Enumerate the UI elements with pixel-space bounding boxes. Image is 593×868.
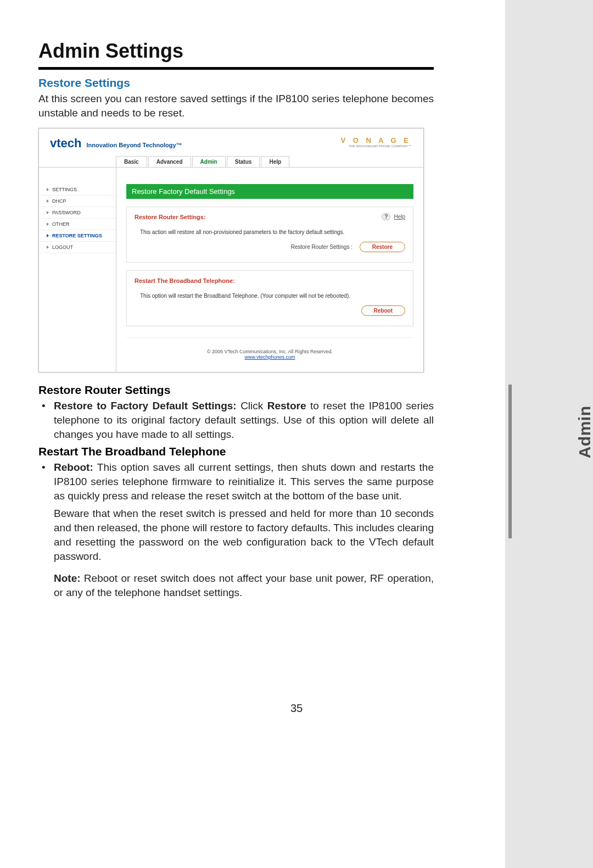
inset-footer: © 2005 VTech Communications, Inc. All Ri… bbox=[126, 337, 413, 366]
tab-basic[interactable]: Basic bbox=[116, 156, 147, 167]
restart-desc: This option will restart the Broadband T… bbox=[135, 293, 405, 299]
footer-link[interactable]: www.vtechphones.com bbox=[244, 354, 295, 360]
sidebar-item-logout[interactable]: LOGOUT bbox=[39, 242, 116, 253]
para-beware: Beware that when the reset switch is pre… bbox=[38, 507, 434, 564]
tab-advanced[interactable]: Advanced bbox=[148, 156, 191, 167]
intro-text: At this screen you can restore saved set… bbox=[38, 92, 434, 120]
bullet-restore: Restore to Factory Default Settings: Cli… bbox=[38, 399, 434, 442]
restart-label: Restart The Broadband Telephone: bbox=[135, 277, 405, 284]
help-link[interactable]: ?Help bbox=[382, 214, 405, 220]
page-title: Admin Settings bbox=[38, 40, 434, 63]
vtech-slogan: Innovation Beyond Technology™ bbox=[87, 142, 182, 148]
tab-admin[interactable]: Admin bbox=[192, 156, 226, 167]
heading-restore-router: Restore Router Settings bbox=[38, 383, 434, 397]
restore-section: ?Help Restore Router Settings: This acti… bbox=[126, 207, 413, 263]
help-icon: ? bbox=[382, 213, 390, 220]
section-heading-restore-settings: Restore Settings bbox=[38, 76, 434, 90]
top-tabs: Basic Advanced Admin Status Help bbox=[39, 156, 423, 167]
side-tab-accent bbox=[508, 385, 512, 538]
side-tab-label: Admin Settings bbox=[573, 385, 593, 465]
vtech-logo: vtech bbox=[50, 136, 81, 151]
para-note: Note: Reboot or reset switch does not af… bbox=[38, 571, 434, 600]
heading-restart: Restart The Broadband Telephone bbox=[38, 445, 434, 458]
page-number: 35 bbox=[0, 702, 593, 715]
title-rule bbox=[38, 67, 434, 70]
tab-help[interactable]: Help bbox=[261, 156, 289, 167]
sidebar-item-dhcp[interactable]: DHCP bbox=[39, 196, 116, 207]
vonage-logo: V O N A G E THE BROADBAND PHONE COMPANY™ bbox=[341, 136, 411, 148]
restore-button[interactable]: Restore bbox=[360, 242, 405, 252]
panel-title-bar: Restore Factory Default Settings bbox=[126, 184, 413, 199]
restore-desc: This action will restore all non-provisi… bbox=[135, 229, 405, 235]
sidebar-item-password[interactable]: PASSWORD bbox=[39, 207, 116, 219]
sidebar-item-settings[interactable]: SETTINGS bbox=[39, 184, 116, 196]
tab-status[interactable]: Status bbox=[227, 156, 260, 167]
sidebar-item-other[interactable]: OTHER bbox=[39, 219, 116, 230]
restart-section: Restart The Broadband Telephone: This op… bbox=[126, 270, 413, 326]
sidebar: SETTINGS DHCP PASSWORD OTHER RESTORE SET… bbox=[39, 168, 116, 372]
restore-label: Restore Router Settings: bbox=[135, 214, 405, 220]
reboot-button[interactable]: Reboot bbox=[361, 305, 405, 316]
sidebar-item-restore-settings[interactable]: RESTORE SETTINGS bbox=[39, 230, 116, 242]
bullet-reboot: Reboot: This option saves all current se… bbox=[38, 460, 434, 503]
router-admin-screenshot: vtech Innovation Beyond Technology™ V O … bbox=[38, 128, 424, 372]
restore-action-label: Restore Router Settings : bbox=[291, 244, 353, 250]
